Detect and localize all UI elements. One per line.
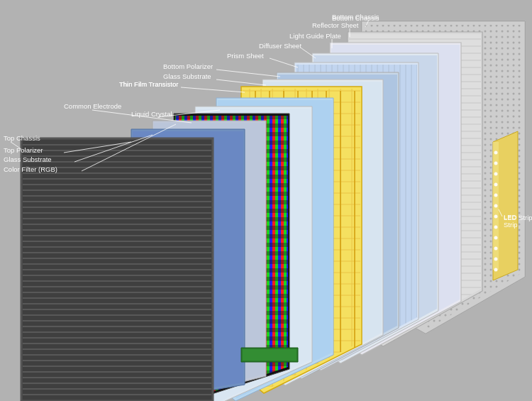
svg-point-20	[494, 172, 498, 176]
svg-point-25	[494, 226, 498, 229]
svg-text:Bottom Chassis: Bottom Chassis	[332, 13, 379, 21]
svg-text:LED Strip: LED Strip	[504, 214, 532, 221]
main-scene: Top Chassis Top Polarizer Glass Substrat…	[0, 0, 532, 401]
svg-text:Top Polarizer: Top Polarizer	[4, 146, 43, 154]
svg-text:Glass Substrate: Glass Substrate	[163, 72, 211, 80]
svg-point-27	[494, 247, 498, 251]
svg-marker-66	[23, 141, 211, 399]
svg-point-23	[494, 204, 498, 208]
svg-text:Reflector Sheet: Reflector Sheet	[312, 21, 359, 29]
svg-text:Diffuser Sheet: Diffuser Sheet	[259, 42, 301, 50]
svg-text:Liquid Crystal: Liquid Crystal	[131, 110, 172, 118]
svg-text:Top Chassis: Top Chassis	[4, 134, 40, 142]
svg-point-26	[494, 236, 498, 240]
svg-point-24	[494, 215, 498, 219]
svg-marker-69	[243, 349, 297, 361]
svg-text:Thin Film Transistor: Thin Film Transistor	[119, 80, 178, 88]
svg-point-19	[494, 162, 498, 165]
svg-text:Bottom Polarizer: Bottom Polarizer	[163, 62, 213, 70]
svg-text:Common Electrode: Common Electrode	[64, 102, 121, 110]
svg-point-28	[494, 258, 498, 261]
svg-point-29	[494, 268, 498, 272]
svg-point-21	[494, 183, 498, 187]
svg-text:Color Filter (RGB): Color Filter (RGB)	[4, 165, 57, 173]
svg-point-22	[494, 194, 498, 197]
svg-text:Glass Substrate: Glass Substrate	[4, 155, 52, 163]
svg-point-18	[494, 151, 498, 155]
svg-text:Prism Sheet: Prism Sheet	[227, 52, 264, 60]
svg-text:Light Guide Plate: Light Guide Plate	[289, 32, 341, 40]
